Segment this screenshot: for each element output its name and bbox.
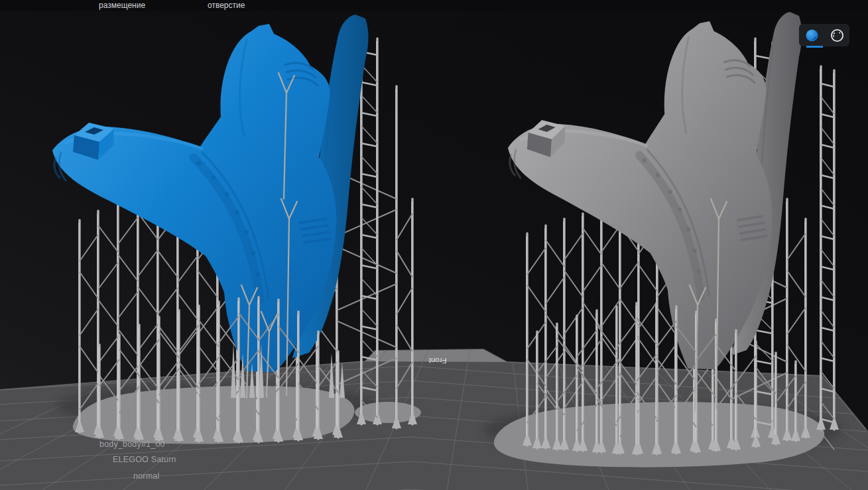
menu-bar: размещение отверстие bbox=[0, 0, 868, 11]
hud-profile-name: normal bbox=[133, 471, 159, 481]
shaded-sphere-icon bbox=[805, 29, 819, 42]
view-mode-toolbar bbox=[799, 24, 849, 46]
menu-item-hole[interactable]: отверстие bbox=[208, 1, 245, 10]
hud-printer-name: ELEGOO Saturn bbox=[113, 455, 176, 464]
hud-model-name: body_body#1_00 bbox=[99, 440, 165, 449]
menu-item-placement[interactable]: размещение bbox=[99, 1, 145, 10]
matcap-view-button[interactable] bbox=[829, 27, 845, 43]
viewport-3d[interactable]: Front body_body#1_00 ELEGOO Saturn norma… bbox=[0, 11, 868, 490]
slicer-app: размещение отверстие bbox=[0, 0, 868, 490]
active-view-underline bbox=[806, 46, 823, 48]
model-gray[interactable] bbox=[508, 12, 802, 369]
scene-canvas: Front bbox=[0, 11, 868, 490]
plate-front-label: Front bbox=[428, 357, 447, 365]
shaded-view-button[interactable] bbox=[804, 27, 820, 43]
model-blue[interactable] bbox=[52, 15, 369, 372]
matcap-sphere-icon bbox=[830, 29, 844, 42]
